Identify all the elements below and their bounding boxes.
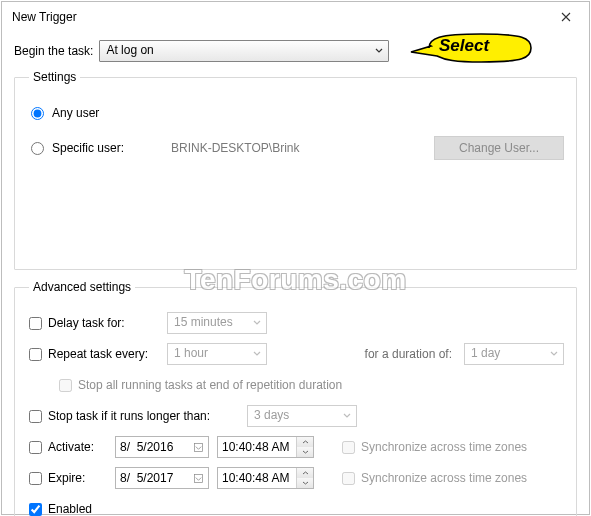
stop-if-label: Stop task if it runs longer than:: [48, 409, 210, 423]
spin-up-button[interactable]: [297, 468, 313, 478]
expire-sync-label: Synchronize across time zones: [361, 471, 527, 485]
settings-legend: Settings: [29, 70, 80, 84]
expire-time-input[interactable]: [218, 468, 296, 488]
activate-time-spinner[interactable]: [296, 437, 313, 457]
delay-row: Delay task for: 15 minutes: [29, 312, 564, 334]
settings-groupbox: Settings Any user Specific user: BRINK-D…: [14, 70, 577, 270]
expire-date-input[interactable]: [116, 468, 188, 488]
activate-date-input[interactable]: [116, 437, 188, 457]
close-icon: [561, 12, 571, 22]
delay-combo[interactable]: 15 minutes: [167, 312, 267, 334]
advanced-legend: Advanced settings: [29, 280, 135, 294]
begin-task-select[interactable]: At log on: [99, 40, 389, 62]
repeat-stop-label: Stop all running tasks at end of repetit…: [78, 378, 342, 392]
activate-row: Activate: Synchronize across time zones: [29, 436, 564, 458]
repeat-label: Repeat task every:: [48, 347, 148, 361]
activate-sync-label: Synchronize across time zones: [361, 440, 527, 454]
duration-label: for a duration of:: [365, 347, 452, 361]
repeat-every-combo[interactable]: 1 hour: [167, 343, 267, 365]
expire-time-spinner[interactable]: [296, 468, 313, 488]
begin-task-row: Begin the task: At log on: [14, 40, 577, 62]
activate-label: Activate:: [48, 440, 94, 454]
calendar-dropdown-icon: [188, 474, 208, 483]
expire-checkbox[interactable]: [29, 472, 42, 485]
expire-time-picker[interactable]: [217, 467, 314, 489]
close-button[interactable]: [543, 2, 589, 32]
change-user-button[interactable]: Change User...: [434, 136, 564, 160]
advanced-groupbox: Advanced settings Delay task for: 15 min…: [14, 280, 577, 516]
delay-label: Delay task for:: [48, 316, 125, 330]
specific-user-label: Specific user:: [52, 141, 124, 155]
stop-if-combo[interactable]: 3 days: [247, 405, 357, 427]
specific-user-value: BRINK-DESKTOP\Brink: [171, 141, 424, 155]
activate-time-input[interactable]: [218, 437, 296, 457]
delay-checkbox[interactable]: [29, 317, 42, 330]
repeat-stop-row: Stop all running tasks at end of repetit…: [29, 374, 564, 396]
repeat-duration-combo[interactable]: 1 day: [464, 343, 564, 365]
expire-label: Expire:: [48, 471, 85, 485]
calendar-dropdown-icon: [188, 443, 208, 452]
spin-down-button[interactable]: [297, 447, 313, 457]
expire-sync-checkbox[interactable]: [342, 472, 355, 485]
spin-up-button[interactable]: [297, 437, 313, 447]
activate-sync-checkbox[interactable]: [342, 441, 355, 454]
enabled-row: Enabled: [29, 498, 564, 516]
enabled-checkbox[interactable]: [29, 503, 42, 516]
activate-date-picker[interactable]: [115, 436, 209, 458]
begin-task-select-value: At log on: [99, 40, 389, 62]
activate-checkbox[interactable]: [29, 441, 42, 454]
svg-rect-1: [194, 474, 202, 482]
spin-down-button[interactable]: [297, 478, 313, 488]
any-user-row: Any user: [31, 106, 564, 120]
specific-user-row: Specific user: BRINK-DESKTOP\Brink Chang…: [31, 136, 564, 160]
svg-rect-0: [194, 443, 202, 451]
expire-date-picker[interactable]: [115, 467, 209, 489]
enabled-label: Enabled: [48, 502, 92, 516]
any-user-radio[interactable]: [31, 107, 44, 120]
stop-if-checkbox[interactable]: [29, 410, 42, 423]
dialog-content: Begin the task: At log on Settings Any u…: [2, 32, 589, 516]
dialog-window: New Trigger Begin the task: At log on Se…: [1, 1, 590, 515]
titlebar: New Trigger: [2, 2, 589, 32]
repeat-checkbox[interactable]: [29, 348, 42, 361]
window-title: New Trigger: [12, 10, 543, 24]
stop-if-row: Stop task if it runs longer than: 3 days: [29, 405, 564, 427]
specific-user-radio[interactable]: [31, 142, 44, 155]
begin-task-label: Begin the task:: [14, 44, 93, 58]
any-user-label: Any user: [52, 106, 99, 120]
expire-row: Expire: Synchronize across time zones: [29, 467, 564, 489]
activate-time-picker[interactable]: [217, 436, 314, 458]
repeat-stop-checkbox[interactable]: [59, 379, 72, 392]
repeat-row: Repeat task every: 1 hour for a duration…: [29, 343, 564, 365]
